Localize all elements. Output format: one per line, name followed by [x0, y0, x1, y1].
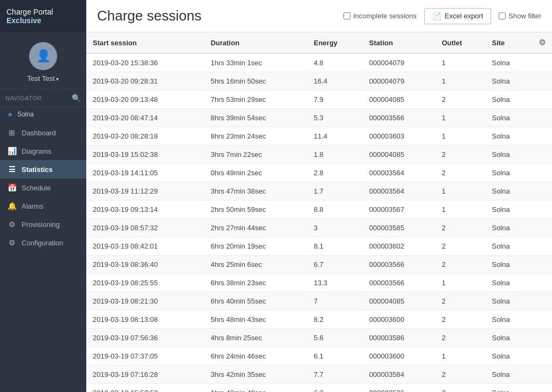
table-cell: 1 [435, 53, 485, 72]
table-row: 2019-03-19 14:11:050hrs 49min 2sec2.8000… [86, 164, 552, 182]
table-cell: 000003567 [363, 201, 436, 219]
table-row: 2019-03-19 11:12:293hrs 47min 38sec1.700… [86, 182, 552, 201]
table-cell: Solna [485, 91, 532, 109]
table-cell: 6.7 [307, 256, 363, 274]
table-cell: 2019-03-19 07:37:05 [86, 347, 204, 366]
table-cell: 2 [435, 256, 485, 274]
sidebar-item-provisioning[interactable]: ⚙Provisioning [0, 215, 86, 233]
table-cell: 2019-03-19 08:13:08 [86, 311, 204, 329]
table-cell-settings [532, 164, 552, 182]
topbar-controls: Incomplete sessions 📄 Excel export Show … [343, 8, 541, 24]
table-cell: 000004079 [363, 53, 436, 72]
sidebar-item-statistics[interactable]: ☰Statistics [0, 160, 86, 178]
table-row: 2019-03-19 08:42:016hrs 20min 19sec8.100… [86, 237, 552, 256]
table-cell-settings [532, 384, 552, 393]
excel-export-button[interactable]: 📄 Excel export [424, 8, 492, 24]
sidebar-item-alarms[interactable]: 🔔Alarms [0, 197, 86, 215]
incomplete-sessions-checkbox[interactable]: Incomplete sessions [343, 12, 417, 20]
table-row: 2019-03-19 08:21:306hrs 40min 55sec70000… [86, 292, 552, 311]
table-cell: 1hrs 48min 40sec [204, 384, 307, 393]
sidebar-item-configuration[interactable]: ⚙Configuration [0, 233, 86, 252]
table-cell: 2019-03-20 09:28:31 [86, 72, 204, 91]
excel-export-label: Excel export [445, 12, 484, 20]
table-cell: 000003586 [363, 384, 436, 393]
nav-tree-label: Solna [17, 111, 34, 118]
table-cell: 1hrs 33min 1sec [204, 53, 307, 72]
table-cell: Solna [485, 366, 532, 384]
table-cell: Solna [485, 274, 532, 292]
table-row: 2019-03-19 08:36:404hrs 25min 6sec6.7000… [86, 256, 552, 274]
table-cell: Solna [485, 256, 532, 274]
table-cell: 3hrs 47min 38sec [204, 182, 307, 201]
table-cell: 2 [435, 164, 485, 182]
search-area: Navigator 🔍 [0, 90, 86, 107]
table-cell: 000003564 [363, 182, 436, 201]
table-cell-settings [532, 292, 552, 311]
table-cell-settings [532, 329, 552, 347]
table-cell: 000003585 [363, 219, 436, 237]
table-cell: 1.8 [307, 146, 363, 164]
show-filter-checkbox[interactable]: Show filter [499, 12, 541, 20]
table-cell: 16.4 [307, 72, 363, 91]
show-filter-input[interactable] [499, 12, 506, 19]
table-cell: 2 [435, 292, 485, 311]
table-cell: 6hrs 38min 23sec [204, 274, 307, 292]
table-cell-settings [532, 91, 552, 109]
incomplete-sessions-label: Incomplete sessions [353, 12, 417, 20]
table-row: 2019-03-19 09:13:142hrs 50min 59sec8.800… [86, 201, 552, 219]
excel-icon: 📄 [432, 12, 441, 20]
table-cell: 2019-03-20 15:38:36 [86, 53, 204, 72]
provisioning-icon: ⚙ [8, 220, 16, 229]
table-cell: 2019-03-19 08:57:32 [86, 219, 204, 237]
table-cell: 4hrs 8min 25sec [204, 329, 307, 347]
avatar-icon: 👤 [36, 49, 51, 63]
table-row: 2019-03-20 09:13:487hrs 53min 29sec7.900… [86, 91, 552, 109]
table-row: 2019-03-19 08:13:085hrs 48min 43sec8.200… [86, 311, 552, 329]
table-cell-settings [532, 219, 552, 237]
sessions-table: Start session Duration Energy Station Ou… [86, 32, 552, 392]
table-cell: 3hrs 7min 22sec [204, 146, 307, 164]
table-cell: 4.8 [307, 53, 363, 72]
table-cell: 000003600 [363, 347, 436, 366]
table-cell: 2019-03-19 08:42:01 [86, 237, 204, 256]
sidebar-item-schedule[interactable]: 📅Schedule [0, 178, 86, 197]
search-icon[interactable]: 🔍 [72, 94, 81, 102]
table-cell-settings [532, 146, 552, 164]
dashboard-icon: ⊞ [8, 128, 16, 137]
table-cell: 8hrs 39min 54sec [204, 109, 307, 127]
nav-tree-solna[interactable]: ► Solna [0, 107, 86, 121]
table-cell: 4hrs 25min 6sec [204, 256, 307, 274]
table-cell: Solna [485, 53, 532, 72]
table-row: 2019-03-19 08:25:556hrs 38min 23sec13.30… [86, 274, 552, 292]
table-cell: 2019-03-19 08:36:40 [86, 256, 204, 274]
table-cell: 2 [435, 219, 485, 237]
table-cell: Solna [485, 127, 532, 146]
table-cell: 7 [307, 292, 363, 311]
table-cell: 3 [307, 219, 363, 237]
main-content: Charge sessions Incomplete sessions 📄 Ex… [86, 0, 552, 392]
user-profile-area: 👤 Test Test [0, 32, 86, 90]
col-start-session: Start session [86, 32, 204, 53]
sidebar-item-diagrams[interactable]: 📊Diagrams [0, 142, 86, 160]
table-cell: 1 [435, 182, 485, 201]
col-site: Site [485, 32, 532, 53]
sidebar: Charge Portal Exclusive 👤 Test Test Navi… [0, 0, 86, 392]
table-cell: 5.6 [307, 329, 363, 347]
settings-gear-icon[interactable]: ⚙ [539, 38, 546, 47]
table-cell-settings [532, 366, 552, 384]
table-cell-settings [532, 72, 552, 91]
table-cell: 2019-03-20 08:47:14 [86, 109, 204, 127]
table-cell: Solna [485, 329, 532, 347]
statistics-icon: ☰ [8, 165, 16, 174]
avatar: 👤 [29, 42, 57, 70]
table-cell: 2 [435, 146, 485, 164]
sidebar-item-dashboard[interactable]: ⊞Dashboard [0, 123, 86, 142]
table-cell: Solna [485, 237, 532, 256]
table-cell: 2019-03-19 08:25:55 [86, 274, 204, 292]
table-cell: 000003602 [363, 237, 436, 256]
table-cell: 000003564 [363, 164, 436, 182]
incomplete-sessions-input[interactable] [343, 12, 350, 19]
table-cell: 2019-03-19 07:56:36 [86, 329, 204, 347]
user-name[interactable]: Test Test [27, 74, 59, 82]
table-cell: 000003586 [363, 329, 436, 347]
